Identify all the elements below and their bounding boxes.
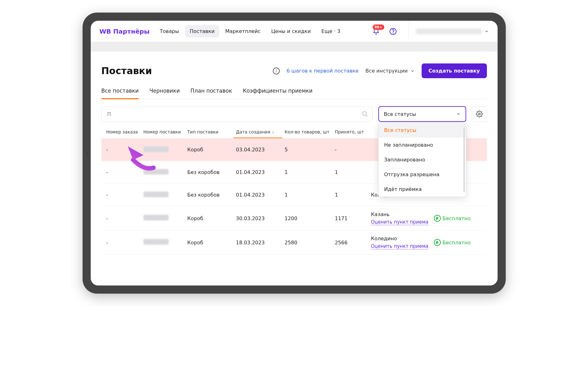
search-icon [361,111,368,117]
page-content: Поставки i 6 шагов к первой поставке Все… [91,52,498,285]
user-menu[interactable] [408,21,489,42]
cell-date: 01.04.2023 [234,169,282,175]
logo[interactable]: WB Партнёры [100,28,150,35]
nav-item[interactable]: Цены и скидки [267,25,315,37]
chevron-down-icon [410,69,415,73]
status-dropdown: Все статусыНе запланированоЗапланировано… [378,122,466,197]
cell-accepted: 2566 [332,240,369,246]
cell-date: 30.03.2023 [234,215,282,221]
top-bar: WB Партнёры ТоварыПоставкиМаркетплейсЦен… [91,21,498,42]
cell-qty: 2580 [282,240,332,246]
tablet-frame: WB Партнёры ТоварыПоставкиМаркетплейсЦен… [83,13,506,294]
cell-order: - [104,147,141,153]
cell-order: - [104,169,141,175]
cell-accepted: 1171 [332,215,369,221]
tab[interactable]: Все поставки [101,88,139,99]
svg-point-1 [393,33,393,33]
table-row[interactable]: -Короб18.03.202325802566КолединоОценить … [101,231,487,255]
search-input[interactable] [101,106,373,122]
cell-date: 03.04.2023 [234,147,282,153]
cell-type: Короб [185,147,234,153]
chevron-up-icon [456,112,461,116]
cell-coef: ₽Бесплатно [431,239,484,246]
cell-qty: 1200 [282,215,332,221]
svg-point-2 [362,111,366,116]
screen: WB Партнёры ТоварыПоставкиМаркетплейсЦен… [91,21,498,285]
nav-item[interactable]: Поставки [185,25,219,37]
cell-type: Без коробов [185,192,234,198]
col-date[interactable]: Дата создания↓ [234,129,282,134]
status-option[interactable]: Идёт приёмка [379,182,466,197]
page-header: Поставки i 6 шагов к первой поставке Все… [101,63,487,78]
cell-delivery [141,192,185,198]
svg-line-3 [366,115,367,117]
settings-button[interactable] [472,106,487,122]
tab[interactable]: Черновики [149,88,180,99]
user-name-blurred [416,29,482,34]
cell-delivery [141,146,185,153]
svg-point-4 [478,113,480,115]
cell-delivery [141,215,185,222]
cell-accepted: 1 [332,192,369,198]
nav-item[interactable]: Товары [155,25,184,37]
col-delivery[interactable]: Номер поставки [141,129,185,134]
cell-qty: 1 [282,192,332,198]
info-icon: i [273,68,280,74]
cell-accepted: - [332,147,369,153]
cell-type: Без коробов [185,169,234,175]
status-option[interactable]: Все статусы [379,123,466,138]
cell-type: Короб [185,215,234,221]
cell-order: - [104,240,141,246]
cell-dest: КазаньОценить пункт приема [369,211,431,225]
tabs: Все поставкиЧерновикиПлан поставокКоэффи… [101,88,487,99]
dropdown-scrollbar[interactable] [463,127,465,192]
ruble-icon: ₽ [434,215,441,222]
status-option[interactable]: Не запланировано [379,138,466,152]
instructions-dropdown[interactable]: Все инструкции [365,68,415,74]
cell-delivery [141,169,185,176]
status-option[interactable]: Отгрузка разрешена [379,167,466,182]
steps-link[interactable]: 6 шагов к первой поставке [287,68,359,74]
cell-qty: 5 [282,147,332,153]
status-filter-label: Все статусы [384,111,416,117]
bell-icon[interactable]: 99+ [370,26,382,37]
cell-date: 01.04.2023 [234,192,282,198]
col-qty[interactable]: Кол-во товаров, шт [282,129,332,134]
gray-divider-bar [91,42,498,52]
nav-item[interactable]: Маркетплейс [221,25,265,37]
instructions-label: Все инструкции [365,68,408,74]
cell-dest: КолединоОценить пункт приема [369,236,431,249]
search-box [101,106,373,122]
tab[interactable]: Коэффициенты приемки [243,88,312,99]
cell-order: - [104,192,141,198]
status-filter-select[interactable]: Все статусы Все статусыНе запланированоЗ… [378,106,466,122]
table-row[interactable]: -Короб30.03.202312001171КазаньОценить пу… [101,206,487,231]
notification-badge: 99+ [373,24,384,30]
tab[interactable]: План поставок [191,88,232,99]
cell-delivery [141,239,185,246]
status-option[interactable]: Запланировано [379,152,466,167]
cell-date: 18.03.2023 [234,240,282,246]
ruble-icon: ₽ [434,239,441,246]
cell-qty: 1 [282,169,332,175]
cell-order: - [104,215,141,221]
col-accepted[interactable]: Принято, шт [332,129,369,134]
create-delivery-button[interactable]: Создать поставку [422,63,487,78]
nav-item[interactable]: Еще · 3 [317,25,345,37]
cell-accepted: 1 [332,169,369,175]
col-type[interactable]: Тип поставки [185,129,234,134]
cell-type: Короб [185,240,234,246]
gear-icon [476,111,483,117]
col-order[interactable]: Номер заказа [104,129,141,134]
page-title: Поставки [101,65,152,76]
sort-desc-icon: ↓ [272,130,275,134]
rate-link[interactable]: Оценить пункт приема [371,243,429,249]
filter-row: Все статусы Все статусыНе запланированоЗ… [101,106,487,122]
cell-coef: ₽Бесплатно [431,215,484,222]
chevron-down-icon [484,29,489,34]
rate-link[interactable]: Оценить пункт приема [371,219,429,225]
help-icon[interactable] [387,26,399,37]
main-nav: ТоварыПоставкиМаркетплейсЦены и скидкиЕщ… [155,25,345,37]
